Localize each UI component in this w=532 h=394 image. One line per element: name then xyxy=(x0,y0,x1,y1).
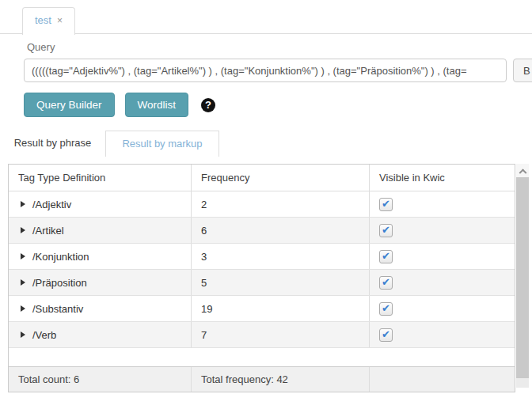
window-tab-bar: test× xyxy=(0,0,532,34)
frequency-value: 7 xyxy=(192,322,370,347)
table-header-row: Tag Type Definition Frequency Visible in… xyxy=(9,165,515,191)
visible-in-kwic-checkbox[interactable]: ✔ xyxy=(379,328,393,342)
scrollbar-thumb[interactable] xyxy=(516,177,529,378)
query-label: Query xyxy=(27,41,532,53)
frequency-value: 6 xyxy=(192,218,370,243)
column-header-tag-type[interactable]: Tag Type Definition xyxy=(9,165,192,191)
tab-test-label: test xyxy=(35,14,51,26)
table-row: /Substantiv 19 ✔ xyxy=(9,296,515,322)
column-header-frequency[interactable]: Frequency xyxy=(192,165,370,191)
table-row: /Artikel 6 ✔ xyxy=(9,218,515,244)
tag-type-label: /Substantiv xyxy=(32,303,83,315)
visible-in-kwic-checkbox[interactable]: ✔ xyxy=(379,198,393,211)
table-row: /Verb 7 ✔ xyxy=(9,322,515,348)
frequency-value: 5 xyxy=(192,270,370,295)
tag-type-label: /Präposition xyxy=(32,277,87,289)
tag-type-label: /Artikel xyxy=(32,225,64,237)
expand-icon[interactable] xyxy=(21,227,25,233)
table-row: /Präposition 5 ✔ xyxy=(9,270,515,296)
visible-in-kwic-checkbox[interactable]: ✔ xyxy=(379,250,393,263)
visible-in-kwic-checkbox[interactable]: ✔ xyxy=(379,302,393,316)
tag-type-label: /Verb xyxy=(32,329,56,341)
check-icon: ✔ xyxy=(382,225,390,235)
expand-icon[interactable] xyxy=(21,253,25,260)
wordlist-button[interactable]: Wordlist xyxy=(125,93,189,117)
help-icon[interactable]: ? xyxy=(201,98,215,112)
table-row: /Konjunktion 3 ✔ xyxy=(9,244,515,270)
query-builder-button[interactable]: Query Builder xyxy=(24,93,115,117)
tag-type-label: /Adjektiv xyxy=(32,199,71,210)
scroll-up-arrow-icon[interactable] xyxy=(516,164,529,177)
table-body: /Adjektiv 2 ✔ /Artikel 6 ✔ /Konjunktion … xyxy=(9,191,515,348)
query-input[interactable] xyxy=(24,59,507,82)
check-icon: ✔ xyxy=(382,277,390,287)
tag-type-label: /Konjunktion xyxy=(32,251,89,263)
results-area: Tag Type Definition Frequency Visible in… xyxy=(8,164,529,392)
check-icon: ✔ xyxy=(382,329,390,339)
expand-icon[interactable] xyxy=(21,331,25,338)
table-footer-row: Total count: 6 Total frequency: 42 xyxy=(9,366,515,392)
frequency-value: 3 xyxy=(192,244,370,269)
expand-icon[interactable] xyxy=(21,279,25,286)
result-tab-bar: Result by phrase Result by markup xyxy=(0,131,532,157)
markup-results-table: Tag Type Definition Frequency Visible in… xyxy=(8,164,515,392)
tab-result-by-markup[interactable]: Result by markup xyxy=(105,131,219,157)
check-icon: ✔ xyxy=(382,199,390,209)
tab-test[interactable]: test× xyxy=(22,7,75,35)
tab-result-by-phrase[interactable]: Result by phrase xyxy=(0,131,105,157)
frequency-value: 2 xyxy=(192,191,370,217)
footer-empty-cell xyxy=(370,367,515,392)
frequency-value: 19 xyxy=(192,296,370,321)
visible-in-kwic-checkbox[interactable]: ✔ xyxy=(379,224,393,237)
vertical-scrollbar[interactable] xyxy=(516,164,529,388)
tab-close-icon[interactable]: × xyxy=(57,15,63,26)
table-row: /Adjektiv 2 ✔ xyxy=(9,191,515,218)
expand-icon[interactable] xyxy=(21,305,25,312)
visible-in-kwic-checkbox[interactable]: ✔ xyxy=(379,276,393,290)
total-frequency: Total frequency: 42 xyxy=(192,367,370,392)
partial-button[interactable]: B xyxy=(513,59,532,82)
column-header-visible-in-kwic[interactable]: Visible in Kwic xyxy=(370,165,515,191)
expand-icon[interactable] xyxy=(21,201,25,207)
total-count: Total count: 6 xyxy=(9,367,192,392)
check-icon: ✔ xyxy=(382,303,390,313)
table-filler-row xyxy=(9,348,515,366)
check-icon: ✔ xyxy=(382,251,390,261)
query-section: Query B Query Builder Wordlist ? xyxy=(0,34,532,117)
